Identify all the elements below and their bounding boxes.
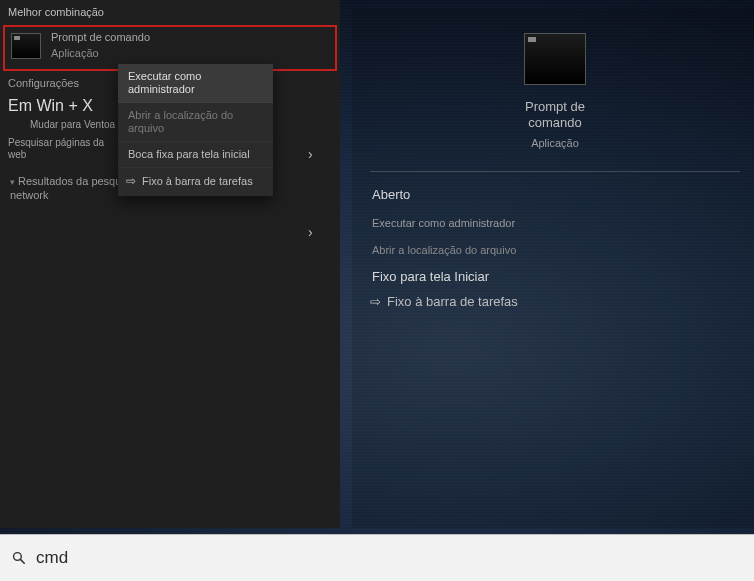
detail-open[interactable]: Aberto xyxy=(370,184,740,206)
desktop-background: Melhor combinação Prompt de comando Apli… xyxy=(0,0,754,581)
detail-panel: Prompt de comando Aplicação Aberto Execu… xyxy=(352,9,754,528)
pin-icon: ⇨ xyxy=(370,294,381,309)
detail-run-admin[interactable]: Executar como administrador xyxy=(370,212,740,234)
best-match-subtitle: Aplicação xyxy=(51,47,150,59)
ctx-pin-taskbar[interactable]: ⇨ Fixo à barra de tarefas xyxy=(118,168,273,196)
result-marker-icon: ▾ xyxy=(10,177,15,187)
ctx-pin-start[interactable]: Boca fixa para tela inicial xyxy=(118,142,273,168)
detail-open-loc[interactable]: Abrir a localização do arquivo xyxy=(370,240,540,260)
section-web-label: Pesquisar páginas da web xyxy=(0,135,120,167)
ctx-open-file-location[interactable]: Abrir a localização do arquivo xyxy=(118,103,273,142)
detail-pin-start[interactable]: Fixo para tela Iniciar xyxy=(370,266,740,288)
section-best-match-label: Melhor combinação xyxy=(0,0,340,22)
winx-subtext[interactable]: Mudar para Ventoa xyxy=(0,117,130,135)
search-input[interactable] xyxy=(0,535,754,582)
svg-line-1 xyxy=(20,559,24,563)
taskbar xyxy=(0,534,754,581)
pin-icon: ⇨ xyxy=(126,174,136,188)
cmd-icon-large xyxy=(524,33,586,85)
chevron-right-icon[interactable]: › xyxy=(308,224,313,240)
detail-pin-taskbar[interactable]: ⇨ Fixo à barra de tarefas xyxy=(370,294,740,309)
detail-subtitle: Aplicação xyxy=(370,137,740,149)
ctx-pin-taskbar-label: Fixo à barra de tarefas xyxy=(142,175,253,187)
cmd-icon xyxy=(11,33,41,59)
separator xyxy=(370,171,740,172)
detail-title: Prompt de comando xyxy=(505,99,605,131)
search-icon xyxy=(12,551,26,565)
ctx-run-as-admin[interactable]: Executar como administrador xyxy=(118,64,273,103)
context-menu: Executar como administrador Abrir a loca… xyxy=(118,64,273,196)
best-match-title: Prompt de comando xyxy=(51,31,150,43)
taskbar-search[interactable] xyxy=(0,535,754,582)
detail-pin-taskbar-label: Fixo à barra de tarefas xyxy=(387,294,518,309)
chevron-right-icon[interactable]: › xyxy=(308,146,313,162)
